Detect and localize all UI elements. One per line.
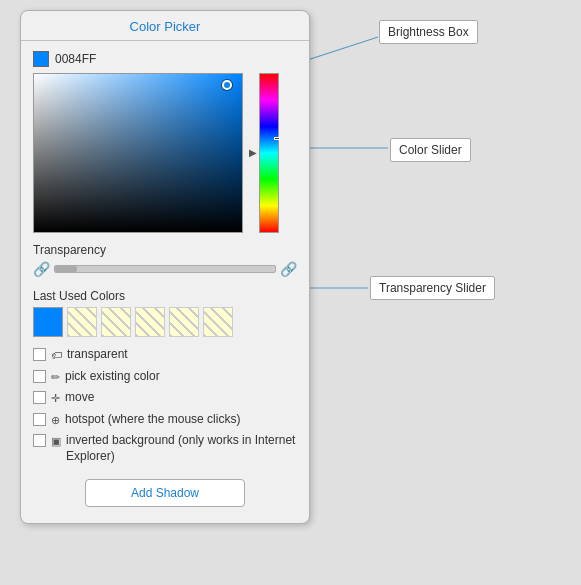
inverted-bg-icon: ▣ <box>51 434 61 448</box>
checkbox-pick-existing[interactable] <box>33 370 46 383</box>
option-pick-existing[interactable]: ✏ pick existing color <box>33 369 297 385</box>
checkbox-transparent[interactable] <box>33 348 46 361</box>
checkbox-inverted-bg[interactable] <box>33 434 46 447</box>
option-move[interactable]: ✛ move <box>33 390 297 406</box>
transparency-label: Transparency <box>33 243 297 257</box>
last-used-hatch-4[interactable] <box>169 307 199 337</box>
option-transparent[interactable]: 🏷 transparent <box>33 347 297 363</box>
hue-bar[interactable] <box>259 73 279 233</box>
hex-value[interactable]: 0084FF <box>55 52 96 66</box>
last-used-hatch-2[interactable] <box>101 307 131 337</box>
hue-slider-container: ▶ <box>249 73 279 233</box>
last-used-hatch-1[interactable] <box>67 307 97 337</box>
add-shadow-button[interactable]: Add Shadow <box>85 479 245 507</box>
last-used-section: Last Used Colors <box>33 289 297 337</box>
gradient-cursor[interactable] <box>222 80 232 90</box>
last-used-blue[interactable] <box>33 307 63 337</box>
hotspot-icon: ⊕ <box>51 413 60 427</box>
transparency-slider-callout: Transparency Slider <box>370 276 495 300</box>
last-used-hatch-5[interactable] <box>203 307 233 337</box>
color-slider-callout: Color Slider <box>390 138 471 162</box>
last-used-hatch-3[interactable] <box>135 307 165 337</box>
trans-right-icon: 🔗 <box>280 261 297 277</box>
color-swatch-small[interactable] <box>33 51 49 67</box>
color-picker-panel: Color Picker 0084FF ▶ <box>20 10 310 524</box>
picker-area: ▶ <box>33 73 297 233</box>
option-hotspot[interactable]: ⊕ hotspot (where the mouse clicks) <box>33 412 297 428</box>
transparency-row: 🔗 🔗 <box>33 261 297 277</box>
last-used-colors <box>33 307 297 337</box>
last-used-label: Last Used Colors <box>33 289 297 303</box>
hex-row: 0084FF <box>33 51 297 67</box>
gradient-box[interactable] <box>33 73 243 233</box>
options-list: 🏷 transparent ✏ pick existing color ✛ mo… <box>33 347 297 465</box>
hue-thumb[interactable] <box>274 137 280 140</box>
checkbox-move[interactable] <box>33 391 46 404</box>
option-inverted-bg[interactable]: ▣ inverted background (only works in Int… <box>33 433 297 464</box>
transparency-slider-fill <box>55 266 77 272</box>
transparent-icon: 🏷 <box>51 348 62 362</box>
checkbox-hotspot[interactable] <box>33 413 46 426</box>
hue-left-arrow[interactable]: ▶ <box>249 148 257 158</box>
pick-icon: ✏ <box>51 370 60 384</box>
brightness-box-callout: Brightness Box <box>379 20 478 44</box>
panel-title: Color Picker <box>21 11 309 41</box>
transparency-slider[interactable] <box>54 265 276 273</box>
trans-left-icon: 🔗 <box>33 261 50 277</box>
move-icon: ✛ <box>51 391 60 405</box>
